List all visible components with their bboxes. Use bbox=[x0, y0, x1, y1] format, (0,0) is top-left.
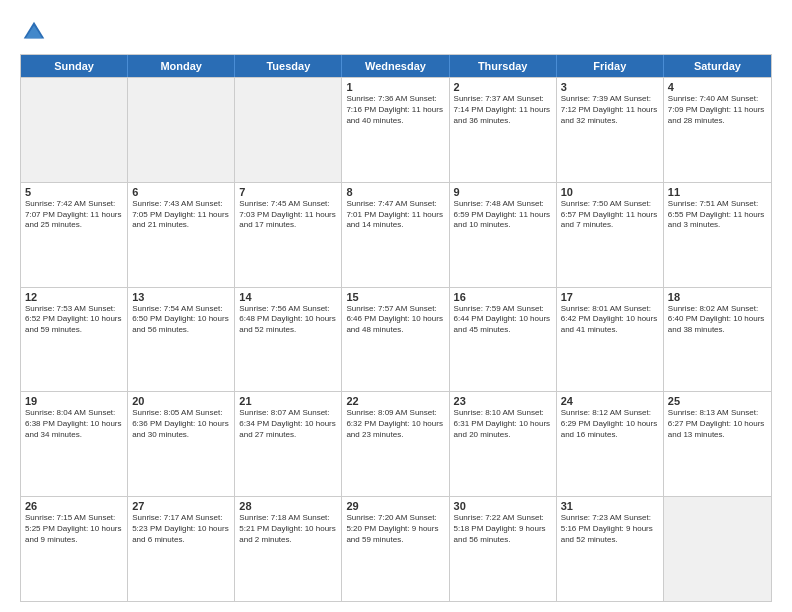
day-info: Sunrise: 7:42 AM Sunset: 7:07 PM Dayligh… bbox=[25, 199, 123, 231]
day-number: 22 bbox=[346, 395, 444, 407]
day-number: 9 bbox=[454, 186, 552, 198]
day-number: 26 bbox=[25, 500, 123, 512]
calendar-cell bbox=[235, 78, 342, 182]
day-number: 25 bbox=[668, 395, 767, 407]
calendar-cell: 6Sunrise: 7:43 AM Sunset: 7:05 PM Daylig… bbox=[128, 183, 235, 287]
day-info: Sunrise: 7:48 AM Sunset: 6:59 PM Dayligh… bbox=[454, 199, 552, 231]
day-info: Sunrise: 7:57 AM Sunset: 6:46 PM Dayligh… bbox=[346, 304, 444, 336]
calendar: SundayMondayTuesdayWednesdayThursdayFrid… bbox=[20, 54, 772, 602]
weekday-header: Tuesday bbox=[235, 55, 342, 77]
weekday-header: Monday bbox=[128, 55, 235, 77]
calendar-cell: 16Sunrise: 7:59 AM Sunset: 6:44 PM Dayli… bbox=[450, 288, 557, 392]
day-info: Sunrise: 8:13 AM Sunset: 6:27 PM Dayligh… bbox=[668, 408, 767, 440]
day-info: Sunrise: 7:54 AM Sunset: 6:50 PM Dayligh… bbox=[132, 304, 230, 336]
day-number: 28 bbox=[239, 500, 337, 512]
day-info: Sunrise: 7:37 AM Sunset: 7:14 PM Dayligh… bbox=[454, 94, 552, 126]
day-number: 15 bbox=[346, 291, 444, 303]
day-number: 5 bbox=[25, 186, 123, 198]
calendar-cell bbox=[21, 78, 128, 182]
day-info: Sunrise: 7:17 AM Sunset: 5:23 PM Dayligh… bbox=[132, 513, 230, 545]
calendar-cell: 21Sunrise: 8:07 AM Sunset: 6:34 PM Dayli… bbox=[235, 392, 342, 496]
logo-icon bbox=[20, 18, 48, 46]
calendar-cell: 20Sunrise: 8:05 AM Sunset: 6:36 PM Dayli… bbox=[128, 392, 235, 496]
calendar-week: 12Sunrise: 7:53 AM Sunset: 6:52 PM Dayli… bbox=[21, 287, 771, 392]
calendar-cell: 27Sunrise: 7:17 AM Sunset: 5:23 PM Dayli… bbox=[128, 497, 235, 601]
calendar-cell: 17Sunrise: 8:01 AM Sunset: 6:42 PM Dayli… bbox=[557, 288, 664, 392]
day-number: 21 bbox=[239, 395, 337, 407]
day-number: 13 bbox=[132, 291, 230, 303]
weekday-header: Wednesday bbox=[342, 55, 449, 77]
logo bbox=[20, 18, 52, 46]
day-number: 27 bbox=[132, 500, 230, 512]
day-info: Sunrise: 7:15 AM Sunset: 5:25 PM Dayligh… bbox=[25, 513, 123, 545]
weekday-header: Friday bbox=[557, 55, 664, 77]
day-info: Sunrise: 7:53 AM Sunset: 6:52 PM Dayligh… bbox=[25, 304, 123, 336]
day-info: Sunrise: 7:22 AM Sunset: 5:18 PM Dayligh… bbox=[454, 513, 552, 545]
calendar-cell: 25Sunrise: 8:13 AM Sunset: 6:27 PM Dayli… bbox=[664, 392, 771, 496]
calendar-cell: 23Sunrise: 8:10 AM Sunset: 6:31 PM Dayli… bbox=[450, 392, 557, 496]
day-number: 24 bbox=[561, 395, 659, 407]
calendar-cell: 24Sunrise: 8:12 AM Sunset: 6:29 PM Dayli… bbox=[557, 392, 664, 496]
day-number: 19 bbox=[25, 395, 123, 407]
calendar-cell: 26Sunrise: 7:15 AM Sunset: 5:25 PM Dayli… bbox=[21, 497, 128, 601]
calendar-cell: 22Sunrise: 8:09 AM Sunset: 6:32 PM Dayli… bbox=[342, 392, 449, 496]
calendar-cell bbox=[128, 78, 235, 182]
day-info: Sunrise: 7:43 AM Sunset: 7:05 PM Dayligh… bbox=[132, 199, 230, 231]
header bbox=[20, 18, 772, 46]
calendar-week: 26Sunrise: 7:15 AM Sunset: 5:25 PM Dayli… bbox=[21, 496, 771, 601]
calendar-cell: 29Sunrise: 7:20 AM Sunset: 5:20 PM Dayli… bbox=[342, 497, 449, 601]
day-info: Sunrise: 7:20 AM Sunset: 5:20 PM Dayligh… bbox=[346, 513, 444, 545]
calendar-cell: 8Sunrise: 7:47 AM Sunset: 7:01 PM Daylig… bbox=[342, 183, 449, 287]
day-number: 30 bbox=[454, 500, 552, 512]
calendar-cell: 18Sunrise: 8:02 AM Sunset: 6:40 PM Dayli… bbox=[664, 288, 771, 392]
day-number: 6 bbox=[132, 186, 230, 198]
calendar-week: 5Sunrise: 7:42 AM Sunset: 7:07 PM Daylig… bbox=[21, 182, 771, 287]
calendar-cell: 2Sunrise: 7:37 AM Sunset: 7:14 PM Daylig… bbox=[450, 78, 557, 182]
day-number: 1 bbox=[346, 81, 444, 93]
day-info: Sunrise: 8:05 AM Sunset: 6:36 PM Dayligh… bbox=[132, 408, 230, 440]
day-info: Sunrise: 7:39 AM Sunset: 7:12 PM Dayligh… bbox=[561, 94, 659, 126]
day-info: Sunrise: 7:50 AM Sunset: 6:57 PM Dayligh… bbox=[561, 199, 659, 231]
day-info: Sunrise: 7:51 AM Sunset: 6:55 PM Dayligh… bbox=[668, 199, 767, 231]
calendar-cell bbox=[664, 497, 771, 601]
day-info: Sunrise: 7:40 AM Sunset: 7:09 PM Dayligh… bbox=[668, 94, 767, 126]
day-info: Sunrise: 7:59 AM Sunset: 6:44 PM Dayligh… bbox=[454, 304, 552, 336]
day-info: Sunrise: 7:23 AM Sunset: 5:16 PM Dayligh… bbox=[561, 513, 659, 545]
day-number: 14 bbox=[239, 291, 337, 303]
calendar-cell: 12Sunrise: 7:53 AM Sunset: 6:52 PM Dayli… bbox=[21, 288, 128, 392]
day-number: 20 bbox=[132, 395, 230, 407]
calendar-cell: 15Sunrise: 7:57 AM Sunset: 6:46 PM Dayli… bbox=[342, 288, 449, 392]
page: SundayMondayTuesdayWednesdayThursdayFrid… bbox=[0, 0, 792, 612]
calendar-week: 19Sunrise: 8:04 AM Sunset: 6:38 PM Dayli… bbox=[21, 391, 771, 496]
day-number: 3 bbox=[561, 81, 659, 93]
day-info: Sunrise: 7:47 AM Sunset: 7:01 PM Dayligh… bbox=[346, 199, 444, 231]
calendar-cell: 30Sunrise: 7:22 AM Sunset: 5:18 PM Dayli… bbox=[450, 497, 557, 601]
day-info: Sunrise: 7:36 AM Sunset: 7:16 PM Dayligh… bbox=[346, 94, 444, 126]
day-info: Sunrise: 8:01 AM Sunset: 6:42 PM Dayligh… bbox=[561, 304, 659, 336]
day-info: Sunrise: 8:07 AM Sunset: 6:34 PM Dayligh… bbox=[239, 408, 337, 440]
day-number: 31 bbox=[561, 500, 659, 512]
day-info: Sunrise: 8:09 AM Sunset: 6:32 PM Dayligh… bbox=[346, 408, 444, 440]
calendar-cell: 4Sunrise: 7:40 AM Sunset: 7:09 PM Daylig… bbox=[664, 78, 771, 182]
weekday-header: Saturday bbox=[664, 55, 771, 77]
calendar-cell: 3Sunrise: 7:39 AM Sunset: 7:12 PM Daylig… bbox=[557, 78, 664, 182]
day-info: Sunrise: 8:10 AM Sunset: 6:31 PM Dayligh… bbox=[454, 408, 552, 440]
day-number: 12 bbox=[25, 291, 123, 303]
day-info: Sunrise: 8:04 AM Sunset: 6:38 PM Dayligh… bbox=[25, 408, 123, 440]
day-info: Sunrise: 8:12 AM Sunset: 6:29 PM Dayligh… bbox=[561, 408, 659, 440]
calendar-cell: 1Sunrise: 7:36 AM Sunset: 7:16 PM Daylig… bbox=[342, 78, 449, 182]
calendar-body: 1Sunrise: 7:36 AM Sunset: 7:16 PM Daylig… bbox=[21, 77, 771, 601]
day-info: Sunrise: 8:02 AM Sunset: 6:40 PM Dayligh… bbox=[668, 304, 767, 336]
calendar-cell: 11Sunrise: 7:51 AM Sunset: 6:55 PM Dayli… bbox=[664, 183, 771, 287]
calendar-cell: 13Sunrise: 7:54 AM Sunset: 6:50 PM Dayli… bbox=[128, 288, 235, 392]
calendar-cell: 31Sunrise: 7:23 AM Sunset: 5:16 PM Dayli… bbox=[557, 497, 664, 601]
calendar-week: 1Sunrise: 7:36 AM Sunset: 7:16 PM Daylig… bbox=[21, 77, 771, 182]
day-info: Sunrise: 7:45 AM Sunset: 7:03 PM Dayligh… bbox=[239, 199, 337, 231]
day-number: 16 bbox=[454, 291, 552, 303]
calendar-cell: 14Sunrise: 7:56 AM Sunset: 6:48 PM Dayli… bbox=[235, 288, 342, 392]
day-number: 7 bbox=[239, 186, 337, 198]
weekday-header: Thursday bbox=[450, 55, 557, 77]
calendar-cell: 5Sunrise: 7:42 AM Sunset: 7:07 PM Daylig… bbox=[21, 183, 128, 287]
calendar-cell: 28Sunrise: 7:18 AM Sunset: 5:21 PM Dayli… bbox=[235, 497, 342, 601]
calendar-cell: 10Sunrise: 7:50 AM Sunset: 6:57 PM Dayli… bbox=[557, 183, 664, 287]
